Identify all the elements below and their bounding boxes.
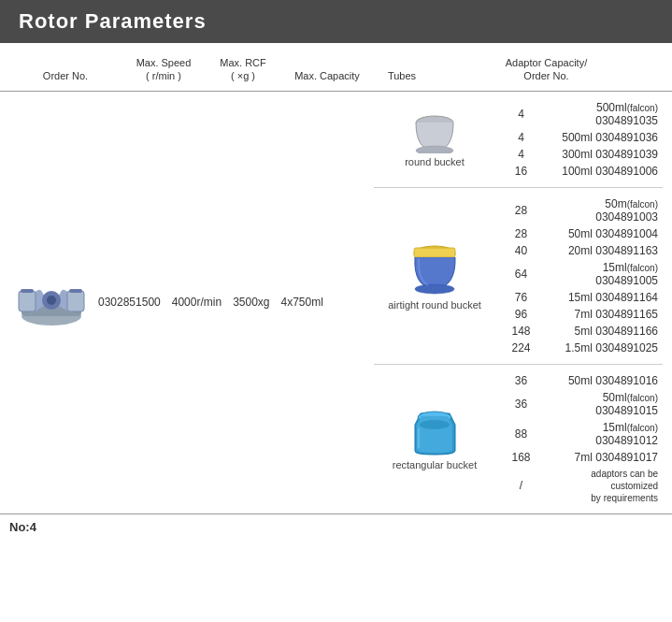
page-header: Rotor Parameters	[0, 0, 672, 43]
svg-rect-13	[414, 248, 455, 257]
page-title: Rotor Parameters	[19, 9, 653, 34]
col-header-rcf: Max. RCF( ×g )	[206, 56, 280, 83]
col-header-capacity: Max. Capacity	[280, 69, 374, 82]
airtight-bucket-col: airtight round bucket	[374, 195, 495, 356]
svg-rect-9	[69, 289, 82, 293]
rectangular-bucket-group: rectangular bucket 36 50ml 0304891016 36…	[374, 365, 663, 514]
rect-bucket-label: rectangular bucket	[393, 459, 478, 470]
rotor-max-rcf: 3500xg	[233, 296, 269, 309]
table-row: 40 20ml 0304891163	[495, 242, 663, 259]
table-row: 4 300ml 0304891039	[495, 146, 663, 163]
rotor-max-speed: 4000r/min	[172, 296, 222, 309]
svg-rect-5	[67, 291, 84, 311]
table-row: 148 5ml 0304891166	[495, 323, 663, 340]
rect-bucket-col: rectangular bucket	[374, 372, 495, 506]
footer-no-label: No:4	[9, 520, 36, 534]
table-row: 76 15ml 0304891164	[495, 289, 663, 306]
svg-point-16	[420, 420, 450, 429]
table-row: 16 100ml 0304891006	[495, 163, 663, 180]
col-header-tubes: Tubes	[374, 69, 430, 82]
table-row: 224 1.5ml 0304891025	[495, 340, 663, 356]
round-bucket-label: round bucket	[405, 156, 465, 167]
rotor-svg	[14, 265, 89, 340]
svg-point-7	[47, 296, 56, 305]
table-row: 36 50ml(falcon) 0304891015	[495, 389, 663, 419]
svg-rect-4	[19, 291, 36, 311]
rotor-info: 0302851500 4000r/min 3500xg 4x750ml	[9, 92, 374, 514]
col-header-adaptor: Adaptor Capacity/Order No.	[430, 56, 663, 83]
rect-bucket-svg	[409, 408, 461, 456]
rotor-image	[9, 260, 93, 344]
svg-point-11	[416, 146, 453, 153]
table-row: 36 50ml 0304891016	[495, 372, 663, 389]
rotor-order-no: 0302851500	[98, 296, 161, 309]
rotor-max-capacity: 4x750ml	[281, 296, 323, 309]
col-header-order: Order No.	[9, 69, 122, 82]
table-row: 168 7ml 0304891017	[495, 449, 663, 466]
table-row: 64 15ml(falcon) 0304891005	[495, 259, 663, 289]
column-headers: Order No. Max. Speed( r/min ) Max. RCF( …	[0, 52, 672, 92]
table-row: 4 500ml 0304891036	[495, 129, 663, 146]
round-bucket-svg	[411, 111, 458, 153]
bucket-sections: round bucket 4 500ml(falcon) 0304891035 …	[374, 92, 663, 514]
round-bucket-col: round bucket	[374, 99, 495, 180]
footer: No:4	[0, 514, 672, 540]
rect-bucket-rows: 36 50ml 0304891016 36 50ml(falcon) 03048…	[495, 372, 663, 506]
col-header-speed: Max. Speed( r/min )	[122, 56, 206, 83]
table-row: 88 15ml(falcon) 0304891012	[495, 419, 663, 449]
round-bucket-rows: 4 500ml(falcon) 0304891035 4 500ml 03048…	[495, 99, 663, 180]
round-bucket-group: round bucket 4 500ml(falcon) 0304891035 …	[374, 92, 663, 188]
airtight-bucket-label: airtight round bucket	[388, 299, 481, 311]
svg-point-14	[415, 284, 454, 294]
rotor-params: 0302851500 4000r/min 3500xg 4x750ml	[98, 296, 323, 309]
airtight-bucket-group: airtight round bucket 28 50m(falcon) 030…	[374, 188, 663, 365]
svg-rect-8	[21, 289, 34, 293]
main-content: 0302851500 4000r/min 3500xg 4x750ml roun…	[0, 92, 672, 514]
airtight-bucket-rows: 28 50m(falcon) 0304891003 28 50ml 030489…	[495, 195, 663, 356]
airtight-bucket-svg	[409, 240, 461, 297]
table-row: 4 500ml(falcon) 0304891035	[495, 99, 663, 129]
table-row: 28 50m(falcon) 0304891003	[495, 195, 663, 225]
table-row: / adaptors can be customizedby requireme…	[495, 466, 663, 506]
table-row: 96 7ml 0304891165	[495, 306, 663, 323]
table-row: 28 50ml 0304891004	[495, 225, 663, 242]
